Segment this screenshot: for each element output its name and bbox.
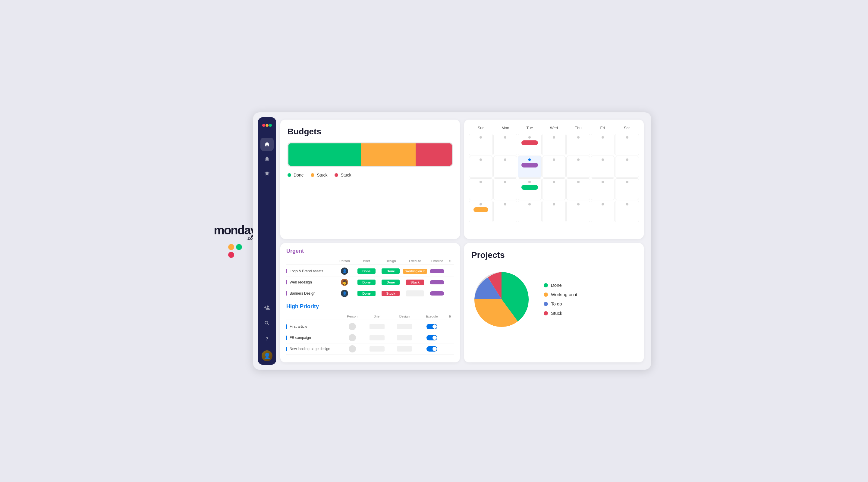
sidebar-item-search[interactable] xyxy=(260,317,274,330)
col-add[interactable]: ⊕ xyxy=(447,259,454,263)
task-design-logo: Done xyxy=(378,268,403,274)
task-brief-landing xyxy=(363,346,391,352)
col-brief: Brief xyxy=(354,259,379,263)
cal-day-sun: Sun xyxy=(469,124,493,131)
high-table: Person Brief Design Execute ⊕ First arti… xyxy=(286,313,454,355)
task-design-fb xyxy=(391,335,418,341)
task-person-fb xyxy=(341,334,363,341)
cal-cell-r4-tue xyxy=(518,201,541,222)
cal-dot xyxy=(577,181,580,183)
toggle-switch[interactable] xyxy=(427,346,437,352)
high-priority-section: High Priority Person Brief Design Execut… xyxy=(286,303,454,355)
sidebar-item-invite[interactable] xyxy=(260,301,274,314)
sidebar: ? 👤 xyxy=(258,117,276,365)
cal-dot xyxy=(479,158,482,161)
cal-dot xyxy=(553,136,555,138)
toggle-switch[interactable] xyxy=(427,324,437,329)
cal-day-thu: Thu xyxy=(566,124,590,131)
cal-dot xyxy=(479,203,482,205)
sidebar-item-notifications[interactable] xyxy=(260,152,274,165)
cal-cell-r2-mon xyxy=(493,156,517,178)
legend-label-stuck2: Stuck xyxy=(341,172,351,178)
toggle-switch[interactable] xyxy=(427,335,437,341)
cal-cell-r2-fri xyxy=(591,156,615,178)
cal-dot xyxy=(504,181,506,183)
urgent-table-header: Person Brief Design Execute Timeline ⊕ xyxy=(286,258,454,264)
user-avatar[interactable]: 👤 xyxy=(261,350,273,361)
task-person-logo: 👤 xyxy=(335,267,354,275)
status-badge-done: Done xyxy=(381,268,400,274)
cal-dot xyxy=(601,158,604,161)
brand-icons xyxy=(228,244,242,258)
cal-dot xyxy=(601,203,604,205)
legend-done: Done xyxy=(287,172,304,178)
calendar-body xyxy=(469,134,639,222)
col-task xyxy=(286,259,335,263)
cal-bar-purple xyxy=(521,163,538,167)
cal-cell-r3-tue xyxy=(518,178,541,200)
cal-cell-r4-wed xyxy=(542,201,566,222)
empty-cell xyxy=(397,335,412,341)
calendar-grid: Sun Mon Tue Wed Thu Fri Sat xyxy=(469,124,639,222)
task-name-web: Web redesign xyxy=(286,280,335,284)
task-person-article xyxy=(341,323,363,330)
sidebar-item-favorites[interactable] xyxy=(260,167,274,180)
empty-cell xyxy=(370,346,384,352)
col-design: Design xyxy=(378,259,403,263)
cal-cell-r2-wed xyxy=(542,156,566,178)
high-table-header: Person Brief Design Execute ⊕ xyxy=(286,313,454,320)
legend-dot-stuck1 xyxy=(311,173,314,177)
col-execute: Execute xyxy=(403,259,427,263)
projects-title: Projects xyxy=(471,250,505,260)
sidebar-item-home[interactable] xyxy=(260,138,274,151)
toggle-knob xyxy=(433,335,437,340)
cal-cell-r1-mon xyxy=(493,134,517,155)
task-execute-landing xyxy=(418,346,446,352)
cal-dot xyxy=(528,136,531,138)
timeline-pill xyxy=(430,280,444,284)
main-content: Budgets Done Stuck xyxy=(276,117,646,365)
cal-cell-r2-sat xyxy=(615,156,639,178)
task-row: Banners Design 👤 Done Stuck xyxy=(286,288,454,299)
task-brief-fb xyxy=(363,335,391,341)
col-timeline: Timeline xyxy=(427,259,446,263)
legend-dot-working xyxy=(544,292,548,297)
pie-chart xyxy=(471,269,532,329)
cal-dot xyxy=(553,158,555,161)
status-badge-done: Done xyxy=(358,268,375,274)
legend-stuck2: Stuck xyxy=(335,172,351,178)
legend-dot-todo xyxy=(544,302,548,306)
projects-content: Done Working on it To do Stuck xyxy=(471,269,637,329)
sidebar-logo xyxy=(262,121,272,132)
legend-dot-stuck xyxy=(544,311,548,315)
status-badge-done: Done xyxy=(381,280,400,285)
task-design-web: Done xyxy=(378,280,403,285)
budget-legend: Done Stuck Stuck xyxy=(287,172,453,178)
brand-logo: monday .com xyxy=(214,224,256,240)
toggle-knob xyxy=(433,347,437,351)
tasks-card: Urgent Person Brief Design Execute Timel… xyxy=(280,243,460,362)
cal-cell-r2-thu xyxy=(566,156,590,178)
projects-card: Projects xyxy=(464,243,644,362)
cal-cell-r3-sun xyxy=(469,178,493,200)
task-row: FB campaign xyxy=(286,332,454,344)
sidebar-item-help[interactable]: ? xyxy=(260,332,274,346)
brand-dot-red xyxy=(228,252,234,258)
cal-cell-r1-tue xyxy=(518,134,541,155)
cal-dot xyxy=(553,203,555,205)
cal-cell-r4-sat xyxy=(615,201,639,222)
urgent-title: Urgent xyxy=(286,248,454,254)
task-name-fb: FB campaign xyxy=(286,335,341,340)
budgets-title: Budgets xyxy=(287,127,453,136)
legend-label-working: Working on it xyxy=(551,292,577,297)
status-badge-done: Done xyxy=(358,280,375,285)
task-person-banners: 👤 xyxy=(335,290,354,297)
calendar-card: Sun Mon Tue Wed Thu Fri Sat xyxy=(464,120,644,239)
status-badge-working: Working on it xyxy=(403,269,427,274)
person-avatar: 👤 xyxy=(341,267,348,275)
col-brief-h: Brief xyxy=(363,315,391,318)
cal-cell-r1-sat xyxy=(615,134,639,155)
high-title: High Priority xyxy=(286,303,454,310)
status-badge-stuck: Stuck xyxy=(406,280,424,285)
col-add-h[interactable]: ⊕ xyxy=(446,315,454,318)
